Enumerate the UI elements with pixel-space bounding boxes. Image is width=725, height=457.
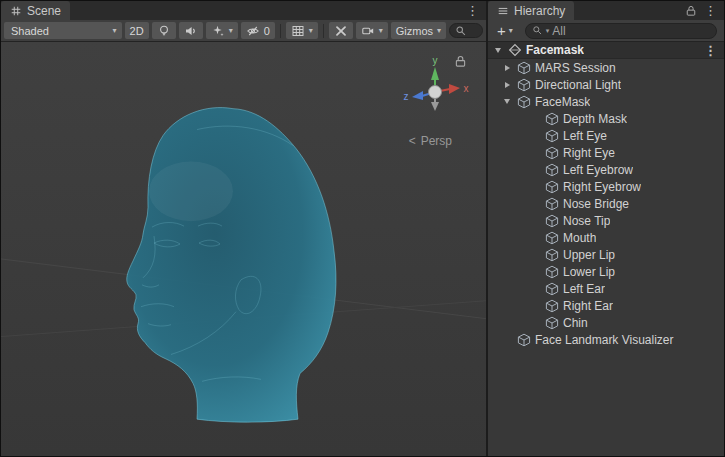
item-label: Left Eyebrow — [563, 163, 633, 177]
hierarchy-item-mars-session[interactable]: MARS Session — [488, 59, 724, 76]
scene-viewport[interactable]: y x z < Persp — [1, 42, 486, 456]
list-icon — [497, 5, 509, 17]
negative-axis-cone[interactable] — [431, 102, 439, 111]
chevron-down-icon: ▾ — [379, 27, 383, 35]
expand-arrow[interactable] — [492, 48, 504, 53]
hierarchy-panel-menu-icon[interactable]: ⋮ — [702, 4, 719, 17]
hierarchy-item-left-eye[interactable]: Left Eye — [488, 127, 724, 144]
grid-dropdown[interactable]: ▾ — [286, 22, 318, 39]
hierarchy-item-right-eyebrow[interactable]: Right Eyebrow — [488, 178, 724, 195]
item-label: Mouth — [563, 231, 596, 245]
expand-arrow[interactable] — [501, 65, 513, 71]
chevron-down-icon: ▾ — [229, 27, 233, 35]
chevron-down-icon: ▾ — [437, 27, 441, 35]
search-placeholder: All — [552, 24, 565, 38]
scene-header-row[interactable]: Facemask ⋮ — [488, 42, 724, 59]
hierarchy-item-nose-tip[interactable]: Nose Tip — [488, 212, 724, 229]
scene-panel: Scene ⋮ Shaded ▾ 2D — [1, 1, 486, 456]
lightbulb-icon — [157, 24, 171, 38]
hierarchy-item-facemask[interactable]: FaceMask — [488, 93, 724, 110]
hierarchy-item-mouth[interactable]: Mouth — [488, 229, 724, 246]
tools-icon — [334, 24, 348, 38]
lock-icon[interactable] — [455, 55, 466, 68]
hierarchy-item-upper-lip[interactable]: Upper Lip — [488, 246, 724, 263]
gameobject-cube-icon — [545, 248, 559, 262]
x-axis-cone[interactable] — [449, 84, 460, 94]
gizmos-dropdown[interactable]: Gizmos ▾ — [391, 22, 446, 39]
item-label: Right Eyebrow — [563, 180, 641, 194]
scene-toolbar: Shaded ▾ 2D — [1, 20, 486, 42]
item-label: Face Landmark Visualizer — [535, 333, 674, 347]
y-axis-label: y — [433, 55, 438, 66]
scene-lighting-button[interactable] — [152, 22, 176, 39]
gameobject-cube-icon — [545, 163, 559, 177]
item-label: Left Ear — [563, 282, 605, 296]
add-gameobject-button[interactable]: + ▾ — [491, 22, 519, 40]
hierarchy-item-lower-lip[interactable]: Lower Lip — [488, 263, 724, 280]
hierarchy-tree: Facemask ⋮ MARS Session Directional Ligh… — [488, 42, 724, 456]
gameobject-cube-icon — [545, 112, 559, 126]
gameobject-cube-icon — [517, 78, 531, 92]
gameobject-cube-icon — [517, 61, 531, 75]
scene-search-field[interactable] — [449, 23, 483, 38]
hierarchy-search-field[interactable]: ▾ All — [525, 23, 717, 39]
gameobject-cube-icon — [545, 231, 559, 245]
gameobject-cube-icon — [545, 265, 559, 279]
item-label: Upper Lip — [563, 248, 615, 262]
gizmo-center-ball[interactable] — [429, 86, 442, 99]
hierarchy-item-nose-bridge[interactable]: Nose Bridge — [488, 195, 724, 212]
speaker-icon — [184, 24, 198, 38]
gameobject-cube-icon — [545, 146, 559, 160]
hierarchy-toolbar: + ▾ ▾ All — [488, 20, 724, 42]
projection-toggle[interactable]: < Persp — [409, 134, 452, 148]
lock-icon[interactable] — [686, 5, 696, 17]
projection-label: Persp — [421, 134, 452, 148]
z-axis-cone[interactable] — [412, 91, 423, 100]
eye-off-icon — [246, 24, 260, 38]
hierarchy-panel: Hierarchy ⋮ + ▾ ▾ All Facemask — [488, 1, 724, 456]
chevron-down-icon: ▾ — [509, 27, 513, 35]
expand-arrow[interactable] — [501, 82, 513, 88]
hierarchy-item-face-landmark-visualizer[interactable]: Face Landmark Visualizer — [488, 331, 724, 348]
chevron-down-icon: ▾ — [113, 27, 117, 35]
gameobject-cube-icon — [545, 282, 559, 296]
hidden-object-count: 0 — [264, 25, 270, 37]
collapse-arrow[interactable] — [501, 99, 513, 104]
scene-options-icon[interactable]: ⋮ — [702, 44, 720, 57]
camera-icon — [361, 24, 375, 38]
item-label: Chin — [563, 316, 588, 330]
hierarchy-item-left-ear[interactable]: Left Ear — [488, 280, 724, 297]
toolbar-divider — [280, 24, 281, 38]
hierarchy-tabstrip: Hierarchy ⋮ — [488, 1, 724, 20]
component-tools-button[interactable] — [329, 22, 353, 39]
tab-scene[interactable]: Scene — [1, 1, 70, 20]
gameobject-cube-icon — [545, 180, 559, 194]
hierarchy-item-depth-mask[interactable]: Depth Mask — [488, 110, 724, 127]
item-label: Lower Lip — [563, 265, 615, 279]
hierarchy-item-right-ear[interactable]: Right Ear — [488, 297, 724, 314]
toolbar-divider — [323, 24, 324, 38]
tab-hierarchy[interactable]: Hierarchy — [488, 1, 574, 20]
draw-mode-dropdown[interactable]: Shaded ▾ — [4, 22, 122, 39]
toggle-2d-button[interactable]: 2D — [125, 22, 149, 39]
hierarchy-item-chin[interactable]: Chin — [488, 314, 724, 331]
chevron-down-icon: ▾ — [309, 27, 313, 35]
scene-visibility-button[interactable]: 0 — [241, 22, 275, 39]
forehead-highlight — [149, 161, 233, 221]
face-mesh[interactable] — [127, 108, 336, 423]
effects-dropdown[interactable]: ▾ — [206, 22, 238, 39]
hierarchy-item-directional-light[interactable]: Directional Light — [488, 76, 724, 93]
plus-icon: + — [497, 23, 506, 38]
scene-panel-menu-icon[interactable]: ⋮ — [464, 4, 481, 17]
camera-dropdown[interactable]: ▾ — [356, 22, 388, 39]
scene-audio-button[interactable] — [179, 22, 203, 39]
hierarchy-item-right-eye[interactable]: Right Eye — [488, 144, 724, 161]
hierarchy-item-left-eyebrow[interactable]: Left Eyebrow — [488, 161, 724, 178]
gameobject-cube-icon — [545, 197, 559, 211]
y-axis-cone[interactable] — [431, 67, 439, 80]
sparkle-effects-icon — [211, 24, 225, 38]
x-axis-label: x — [464, 83, 469, 94]
tab-scene-label: Scene — [27, 4, 61, 18]
scene-name: Facemask — [526, 43, 584, 57]
tab-hierarchy-label: Hierarchy — [514, 4, 565, 18]
